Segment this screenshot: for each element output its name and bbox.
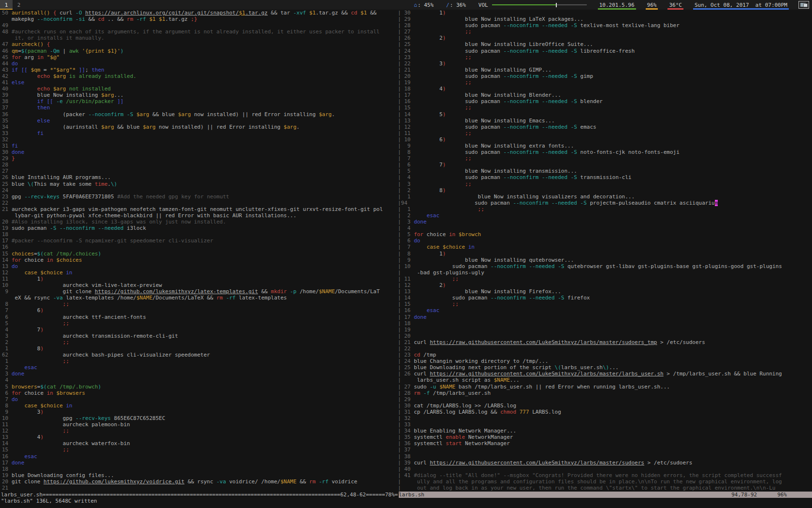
code-line: 40 echo $arg not installed	[2, 86, 398, 92]
workspace-tag-1[interactable]: 1	[0, 0, 13, 10]
code-line: 4	[2, 377, 398, 383]
code-line: | 8 1)	[398, 251, 812, 257]
home-disk-usage: ⌂ : 45%	[412, 0, 435, 10]
code-line: | 11 ;;	[398, 130, 812, 136]
code-line: 15 choices=$(cat /tmp/.choices)	[2, 251, 398, 257]
scroll-percentage: 96%	[777, 492, 787, 498]
code-line: | 6 do	[398, 238, 812, 244]
code-line: | 38	[398, 453, 812, 460]
code-line: 26 blue Installing AUR programs...	[2, 174, 398, 180]
code-line: 4 7)	[2, 327, 398, 333]
home-usage-label: : 45%	[418, 2, 434, 8]
code-line: | 30 1)	[398, 10, 812, 16]
statusbar-modules: ⌂ : 45% / : 36% VOL 10.201.5.96 96%	[412, 0, 812, 10]
code-line: | out and log back in as your new user, …	[398, 485, 812, 491]
code-line: | 26 2)	[398, 35, 812, 41]
code-line: 21	[2, 485, 398, 491]
code-line: | 6 7)	[398, 162, 812, 168]
code-line: 3 aurcheck transmission-remote-cli-git	[2, 333, 398, 339]
code-line: 22	[2, 200, 398, 206]
cursor-position: 94,78-92	[731, 492, 757, 498]
desktop: 1 2 ⌂ : 45% / : 36% VOL 10.201.5.96	[0, 0, 812, 508]
code-line: | 17 blue Now installing Blender...	[398, 92, 812, 98]
code-line: | 4 sudo pacman --noconfirm --needed -S …	[398, 174, 812, 180]
vim-message-line: "larbs.sh" 136L, 5648C written	[0, 498, 812, 504]
code-line: | 13 blue Now installing Firefox...	[398, 288, 812, 295]
code-line: 34 (aurinstall $arg && blue $arg now ins…	[2, 124, 398, 130]
code-line: | 2 8)	[398, 187, 812, 194]
code-line: | 18	[398, 320, 812, 327]
code-line: 36 (packer --noconfirm -S $arg && blue $…	[2, 111, 398, 118]
code-line: 6 aurcheck ttf-ancient-fonts	[2, 314, 398, 320]
code-line: | 24 blue Changin working directory to /…	[398, 358, 812, 364]
code-line: | 2 esac	[398, 212, 812, 219]
code-line: | 14 sudo pacman --noconfirm --needed -S…	[398, 295, 812, 301]
code-line: 1 8)	[2, 345, 398, 352]
code-line: 11 1)	[2, 276, 398, 282]
code-line: 49	[2, 22, 398, 29]
code-line: | 25 blue Now installing LibreOffice Sui…	[398, 41, 812, 47]
code-line: | 18 4)	[398, 86, 812, 92]
code-line: 41 else	[2, 79, 398, 86]
code-line: 16 esac	[2, 453, 398, 460]
code-line: 43 if [[ $qm = *"$arg"* ]]; then	[2, 67, 398, 73]
volume-module: VOL	[477, 0, 588, 10]
pane-right[interactable]: | 30 1)| 29 blue Now installing LaTeX pa…	[398, 10, 812, 492]
root-partition-icon: /	[446, 2, 450, 8]
code-line: | 10 6)	[398, 136, 812, 143]
code-line: | 16 sudo pacman --noconfirm --needed -S…	[398, 98, 812, 105]
system-tray-display-icon[interactable]	[798, 1, 809, 9]
ip-address-label: 10.201.5.96	[599, 2, 635, 8]
code-line: |94 sudo pacman --noconfirm --needed -S …	[398, 200, 812, 206]
code-line: | 16 esac	[398, 307, 812, 314]
volume-rail-empty	[557, 4, 587, 5]
code-line: 32	[2, 136, 398, 143]
vim-statusline-row: larbs_user.sh===========================…	[0, 492, 812, 498]
code-line: 18	[2, 231, 398, 238]
code-line: 9 3)	[2, 409, 398, 415]
code-line: | 29 blue Now installing LaTeX packages.…	[398, 16, 812, 22]
volume-slider[interactable]	[492, 3, 587, 7]
workspace-tags: 1 2	[0, 0, 25, 10]
pane-left[interactable]: 50 aurinstall() { curl -O https://aur.ar…	[0, 10, 398, 492]
code-line: 20 #Also installing i3lock, since i3-gap…	[2, 219, 398, 225]
code-line: 14 for choice in $choices	[2, 257, 398, 263]
code-line: 12 case $choice in	[2, 269, 398, 276]
code-line: 19 sudo pacman -S --noconfirm --needed i…	[2, 225, 398, 231]
code-line: 11 aurcheck palemoon-bin	[2, 421, 398, 428]
statusline-larbs-user: larbs_user.sh===========================…	[0, 492, 399, 498]
code-line: | 27 sudo -u $NAME bash /tmp/larbs_user.…	[398, 384, 812, 390]
code-line: | 22 3)	[398, 60, 812, 67]
code-line: | 9 blue Now installing qutebrowser...	[398, 257, 812, 263]
home-icon: ⌂	[414, 2, 417, 8]
code-line: 48 #aurcheck runs on each of its argumen…	[2, 29, 398, 35]
code-line: | 12 2)	[398, 282, 812, 288]
code-line: | 11 ;;	[398, 276, 812, 282]
code-line: 28	[2, 162, 398, 168]
code-line: | 9 blue Now installing extra fonts...	[398, 143, 812, 149]
code-line: it, or installs it manually.	[2, 35, 398, 41]
code-line: | 20 sudo pacman --noconfirm --needed -S…	[398, 73, 812, 79]
code-line: 8 case $choice in	[2, 403, 398, 409]
code-line: | 23 ;;	[398, 54, 812, 60]
code-line: 12 ;;	[2, 428, 398, 434]
workspace-tag-2[interactable]: 2	[13, 0, 25, 10]
code-line: 42 echo $arg is already installed.	[2, 73, 398, 79]
code-line: 27	[2, 168, 398, 174]
code-line: | 32	[398, 415, 812, 421]
code-line: 8 ;;	[2, 301, 398, 307]
code-line: 50 aurinstall() { curl -O https://aur.ar…	[2, 10, 398, 16]
code-line: | 23 cd /tmp	[398, 352, 812, 358]
code-line: | 17 done	[398, 314, 812, 320]
code-line: 16	[2, 244, 398, 250]
code-line: 44 do	[2, 60, 398, 67]
code-line: | larbs_user.sh script as $NAME...	[398, 377, 812, 383]
volume-level-bar	[492, 4, 556, 5]
code-line: | 15 ;;	[398, 105, 812, 111]
code-line: | 30 cat /tmp/LARBS.log >> /LARBS.log	[398, 403, 812, 409]
code-line: 21 aurcheck packer i3-gaps vim-pathogen …	[2, 206, 398, 212]
code-line: 62 aurcheck bash-pipes cli-visualizer sp…	[2, 352, 398, 358]
code-line: eX && rsync -va latex-templates /home/$N…	[2, 295, 398, 301]
code-line: | 40	[398, 466, 812, 472]
code-line: 13 4)	[2, 434, 398, 440]
